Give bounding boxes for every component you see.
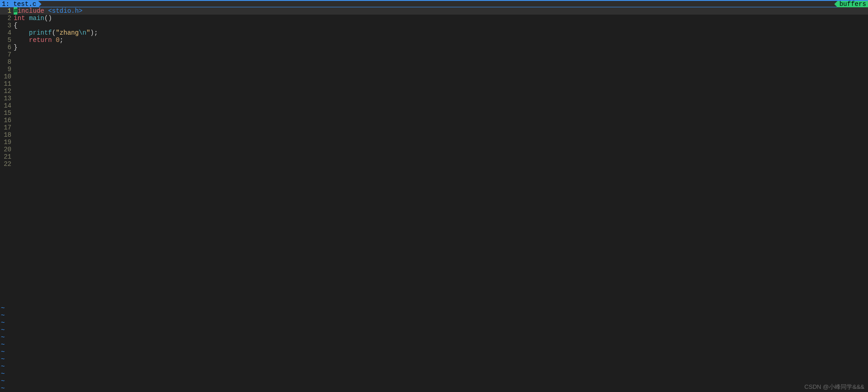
empty-lines: ~~~~~~~~~~~~~~~	[0, 304, 868, 392]
line-content[interactable]: #include <stdio.h>	[14, 7, 868, 15]
code-line[interactable]: 20	[0, 146, 868, 153]
tilde-line: ~	[0, 356, 868, 363]
code-line[interactable]: 4 printf("zhang\n");	[0, 29, 868, 36]
tilde-line: ~	[0, 304, 868, 312]
line-number: 11	[0, 80, 14, 88]
buffer-tab[interactable]: 1: test.c	[0, 1, 38, 7]
line-content[interactable]	[14, 51, 868, 58]
line-content[interactable]	[14, 146, 868, 153]
code-line[interactable]: 22	[0, 160, 868, 168]
code-line[interactable]: 11	[0, 80, 868, 88]
code-line[interactable]: 7	[0, 51, 868, 58]
line-number: 10	[0, 73, 14, 80]
line-number: 9	[0, 66, 14, 73]
line-number: 7	[0, 51, 14, 58]
line-content[interactable]	[14, 153, 868, 160]
line-content[interactable]	[14, 102, 868, 109]
tilde-line: ~	[0, 377, 868, 385]
tilde-line: ~	[0, 326, 868, 334]
code-line[interactable]: 15	[0, 109, 868, 117]
code-line[interactable]: 8	[0, 58, 868, 66]
code-line[interactable]: 10	[0, 73, 868, 80]
line-content[interactable]	[14, 131, 868, 139]
line-number: 22	[0, 160, 14, 168]
line-number: 5	[0, 36, 14, 44]
tab-bar: 1: test.c buffers	[0, 0, 868, 7]
code-line[interactable]: 21	[0, 153, 868, 160]
line-content[interactable]	[14, 58, 868, 66]
code-line[interactable]: 3{	[0, 22, 868, 29]
line-content[interactable]: int main()	[14, 15, 868, 22]
line-number: 17	[0, 124, 14, 131]
line-content[interactable]	[14, 73, 868, 80]
code-line[interactable]: 6}	[0, 44, 868, 51]
line-content[interactable]	[14, 139, 868, 146]
code-line[interactable]: 19	[0, 139, 868, 146]
line-number: 6	[0, 44, 14, 51]
tilde-line: ~	[0, 385, 868, 392]
line-content[interactable]	[14, 88, 868, 95]
line-number: 8	[0, 58, 14, 66]
tilde-line: ~	[0, 334, 868, 341]
code-line[interactable]: 9	[0, 66, 868, 73]
tilde-line: ~	[0, 363, 868, 370]
line-content[interactable]	[14, 124, 868, 131]
line-content[interactable]: printf("zhang\n");	[14, 29, 868, 36]
code-line[interactable]: 12	[0, 88, 868, 95]
code-line[interactable]: 5 return 0;	[0, 36, 868, 44]
line-content[interactable]: {	[14, 22, 868, 29]
tilde-line: ~	[0, 312, 868, 319]
line-number: 19	[0, 139, 14, 146]
code-line[interactable]: 1#include <stdio.h>	[0, 7, 868, 15]
line-number: 3	[0, 22, 14, 29]
line-content[interactable]	[14, 117, 868, 124]
tilde-line: ~	[0, 319, 868, 326]
watermark: CSDN @小峰同学&&&	[804, 383, 864, 391]
line-number: 20	[0, 146, 14, 153]
line-number: 1	[0, 7, 14, 15]
code-line[interactable]: 14	[0, 102, 868, 109]
line-number: 12	[0, 88, 14, 95]
line-content[interactable]	[14, 95, 868, 102]
line-content[interactable]	[14, 160, 868, 168]
code-line[interactable]: 18	[0, 131, 868, 139]
tilde-line: ~	[0, 341, 868, 348]
tilde-line: ~	[0, 348, 868, 356]
line-number: 21	[0, 153, 14, 160]
line-number: 13	[0, 95, 14, 102]
code-line[interactable]: 16	[0, 117, 868, 124]
line-content[interactable]: return 0;	[14, 36, 868, 44]
line-number: 16	[0, 117, 14, 124]
line-number: 14	[0, 102, 14, 109]
code-line[interactable]: 17	[0, 124, 868, 131]
line-content[interactable]	[14, 66, 868, 73]
editor-area[interactable]: 1#include <stdio.h>2int main()3{4 printf…	[0, 7, 868, 304]
line-number: 2	[0, 15, 14, 22]
line-content[interactable]	[14, 109, 868, 117]
code-line[interactable]: 13	[0, 95, 868, 102]
code-line[interactable]: 2int main()	[0, 15, 868, 22]
tilde-line: ~	[0, 370, 868, 377]
line-number: 4	[0, 29, 14, 36]
line-content[interactable]: }	[14, 44, 868, 51]
line-number: 15	[0, 109, 14, 117]
buffers-indicator[interactable]: buffers	[837, 1, 868, 7]
line-content[interactable]	[14, 80, 868, 88]
line-number: 18	[0, 131, 14, 139]
